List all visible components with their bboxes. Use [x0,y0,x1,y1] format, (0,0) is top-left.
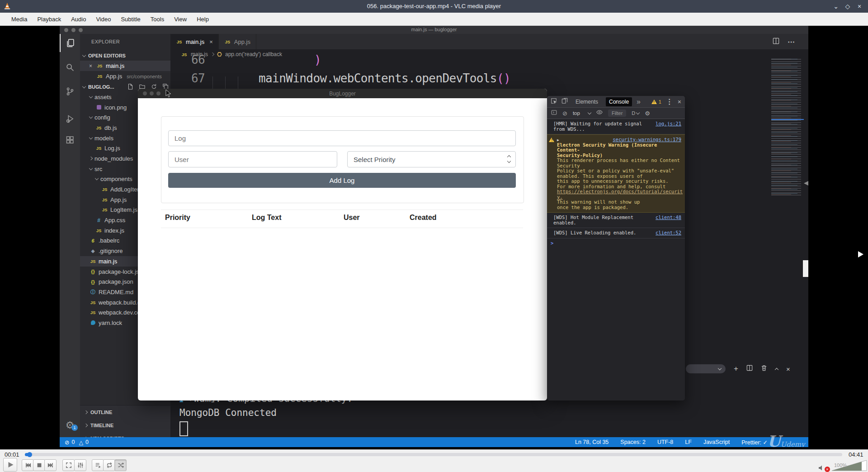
next-button[interactable] [44,459,57,471]
console-message: [HMR] Waiting for update signalfrom WDS.… [547,119,685,134]
status-item-prettier[interactable]: Prettier: ✓ [741,439,768,446]
stop-button[interactable] [33,459,45,471]
file-name: Log.js [104,145,120,152]
context-selector[interactable]: top [573,110,591,116]
log-levels-dropdown[interactable]: D [632,110,639,116]
loop-button[interactable] [103,459,115,471]
minimap[interactable] [771,59,804,195]
status-item-lf[interactable]: LF [685,439,692,446]
sidebar-section-outline[interactable]: OUTLINE [80,405,170,419]
log-input[interactable] [168,130,516,146]
source-link[interactable]: client:52 [656,230,681,236]
warning-count-badge[interactable]: 1 [651,99,661,105]
play-button[interactable] [3,458,17,472]
status-item-ln[interactable]: Ln 78, Col 35 [575,439,609,446]
minimize-button[interactable]: ⌄ [830,2,842,11]
column-header-user: User [344,214,360,222]
add-log-button[interactable]: Add Log [168,173,516,188]
maximize-button[interactable]: ◇ [842,2,854,11]
editor-tab-main-js[interactable]: JSmain.js× [170,34,219,49]
editor-tab-app-js[interactable]: JSApp.js [219,34,256,49]
udemy-watermark: UUdemy [767,432,805,447]
user-input[interactable] [168,151,337,167]
maximize-panel-icon[interactable] [775,365,778,373]
terminal-select[interactable] [686,364,726,373]
open-editor-app-js[interactable]: JS App.js src/components [80,71,170,81]
console-warning: ▶security-warnings.ts:179Electron Securi… [547,134,685,213]
close-icon[interactable]: × [89,63,94,69]
eye-icon[interactable] [596,109,603,117]
expand-icon[interactable]: ▶ [557,138,559,142]
warning-icon [549,138,554,143]
tab-console[interactable]: Console [606,97,632,106]
playlist-button[interactable] [92,459,104,471]
kebab-menu-icon[interactable]: ⋮ [666,97,673,106]
explorer-icon[interactable] [60,34,80,52]
status-item-utf-8[interactable]: UTF-8 [657,439,673,446]
console-prompt[interactable]: > [547,238,685,248]
close-button[interactable]: × [854,2,865,11]
file-name: App.js [110,196,127,203]
more-tabs-icon[interactable]: » [637,98,641,106]
priority-select[interactable]: Select Priority [347,151,516,167]
extended-settings-button[interactable] [74,459,86,471]
menu-help[interactable]: Help [192,14,214,24]
file-name: db.js [104,124,117,131]
source-link[interactable]: client:48 [656,215,681,220]
source-link[interactable]: log.js:21 [656,121,681,127]
clear-console-icon[interactable]: ⊘ [562,110,567,117]
open-editor-main-js[interactable]: × JS main.js [80,61,170,71]
device-toolbar-icon[interactable] [561,98,568,106]
new-terminal-icon[interactable]: + [734,364,738,373]
code-text: ) [314,53,321,67]
problems-status[interactable]: ⊘ 0 △ 0 [60,439,89,446]
warning-link[interactable]: https://electronjs.org/docs/tutorial/sec… [557,189,681,195]
chevron-down-icon [89,166,93,170]
js-file-icon: JS [176,39,183,44]
column-header-log-text: Log Text [252,214,281,222]
menu-audio[interactable]: Audio [66,14,91,24]
close-devtools-icon[interactable]: × [678,98,681,105]
shuffle-button[interactable] [114,459,127,471]
inspect-element-icon[interactable] [551,98,557,106]
menu-view[interactable]: View [169,14,192,24]
search-icon[interactable] [60,58,80,76]
source-link[interactable]: security-warnings.ts:179 [613,137,681,143]
sidebar-section-timeline[interactable]: TIMELINE [80,419,170,432]
file-name: webpack.dev.co [99,309,140,316]
open-editors-header[interactable]: OPEN EDITORS [80,51,173,61]
file-name: package.json [99,278,133,285]
file-name: icon.png [104,104,127,111]
kill-terminal-icon[interactable] [761,365,767,373]
extensions-icon[interactable] [60,131,80,149]
console-settings-icon[interactable]: ⚙ [645,110,650,117]
js-file-icon: JS [101,207,108,212]
file-name: README.md [99,289,133,296]
new-file-icon[interactable] [127,84,133,91]
console-sidebar-icon[interactable] [551,109,557,117]
tab-elements[interactable]: Elements [572,97,601,106]
close-panel-icon[interactable]: × [786,365,790,373]
close-tab-icon[interactable]: × [209,38,213,45]
status-item-spaces[interactable]: Spaces: 2 [620,439,646,446]
split-terminal-icon[interactable] [746,365,753,373]
menu-playback[interactable]: Playback [32,14,66,24]
seek-slider[interactable] [25,453,842,456]
menu-media[interactable]: Media [6,14,32,24]
console-filter-input[interactable]: Filter [608,110,626,117]
seek-handle[interactable] [27,452,32,457]
fullscreen-button[interactable] [62,459,75,471]
settings-gear-icon[interactable]: ⚙ 1 [60,416,80,434]
source-control-icon[interactable] [60,82,80,100]
menu-tools[interactable]: Tools [146,14,169,24]
previous-button[interactable] [22,459,34,471]
file-name: yarn.lock [99,319,122,326]
split-editor-icon[interactable] [773,38,779,46]
status-item-javascript[interactable]: JavaScript [703,439,730,446]
menu-subtitle[interactable]: Subtitle [116,14,145,24]
run-debug-icon[interactable] [60,110,80,128]
video-area[interactable]: main.js — buglogger ⚙ 1 EXPLORER OPEN ED… [0,26,868,449]
menu-video[interactable]: Video [91,14,116,24]
more-actions-icon[interactable]: ⋯ [788,38,796,46]
babel-file-icon: 6 [90,238,96,243]
